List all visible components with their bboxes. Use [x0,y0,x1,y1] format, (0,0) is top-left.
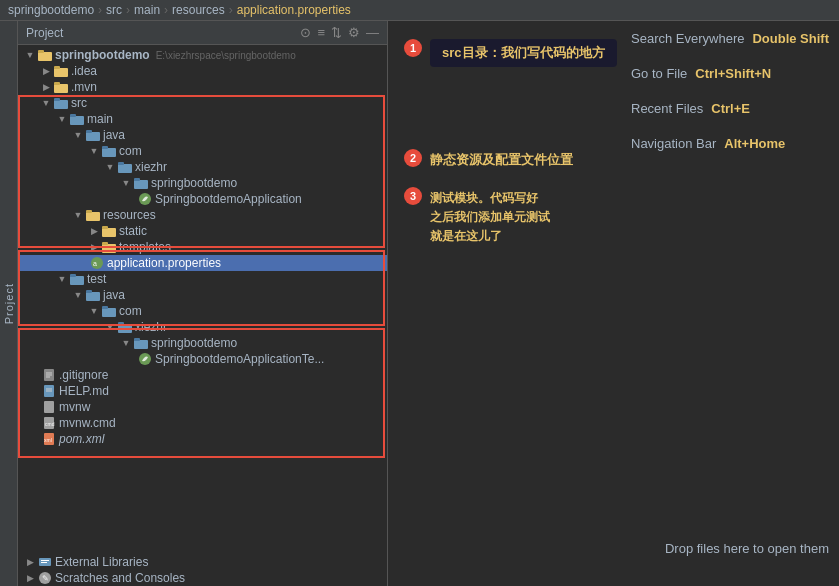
tree-item-static[interactable]: ▶ static [18,223,387,239]
sync-icon[interactable]: ⊙ [300,25,311,40]
folder-static-icon [102,224,116,238]
tree-arrow-xiezhr: ▼ [102,162,118,172]
file-appprops-icon: a [90,256,104,270]
sidebar-header-icons: ⊙ ≡ ⇅ ⚙ — [300,25,379,40]
tree-item-templates[interactable]: ▶ templates [18,239,387,255]
folder-main-icon [70,112,84,126]
shortcut-item-2: Go to File Ctrl+Shift+N [631,66,829,81]
svg-rect-0 [38,52,52,61]
tree-label-testjava: java [103,288,125,302]
tree-label-static: static [119,224,147,238]
shortcut-key-2: Ctrl+Shift+N [695,66,771,81]
svg-rect-21 [102,228,116,237]
svg-rect-30 [86,290,92,293]
tree-arrow-scratches: ▶ [22,573,38,583]
svg-rect-9 [70,114,76,117]
svg-rect-29 [86,292,100,301]
svg-text:✎: ✎ [42,574,49,583]
tree-label-templates: templates [119,240,171,254]
breadcrumb-item-2[interactable]: src [106,3,122,17]
breadcrumb-item-1[interactable]: springbootdemo [8,3,94,17]
external-libraries-item[interactable]: ▶ External Libraries [18,554,387,570]
tree-item-mvnwcmd[interactable]: cmd mvnw.cmd [18,415,387,431]
tree-label-testxiezhr: xiezhr [135,320,167,334]
tree-item-main[interactable]: ▼ main [18,111,387,127]
sidebar: Project ⊙ ≡ ⇅ ⚙ — ▼ spr [18,21,388,586]
svg-rect-52 [41,562,47,563]
tree-item-testapp[interactable]: SpringbootdemoApplicationTe... [18,351,387,367]
gear-icon[interactable]: ⚙ [348,25,360,40]
tree-item-root[interactable]: ▼ springbootdemo E:\xiezhrspace\springbo… [18,47,387,63]
svg-rect-6 [54,100,68,109]
project-tab-label: Project [3,283,15,324]
minimize-icon[interactable]: — [366,25,379,40]
tree-item-testjava[interactable]: ▼ java [18,287,387,303]
folder-testjava-icon [86,288,100,302]
tree-label-pomxml: pom.xml [59,432,104,446]
tree-item-sbdpkg[interactable]: ▼ springbootdemo [18,175,387,191]
tree-arrow-java: ▼ [70,130,86,140]
shortcut-label-1: Search Everywhere [631,31,744,46]
tree-item-resources[interactable]: ▼ resources [18,207,387,223]
tree-item-helpmd[interactable]: HELP.md [18,383,387,399]
tree-label-testsbdpkg: springbootdemo [151,336,237,350]
tree-arrow-testjava: ▼ [70,290,86,300]
tree-item-mvnw[interactable]: mvnw [18,399,387,415]
tree-label-testapp: SpringbootdemoApplicationTe... [155,352,324,366]
sort-icon[interactable]: ⇅ [331,25,342,40]
tree-item-src[interactable]: ▼ src [18,95,387,111]
tree-item-test[interactable]: ▼ test [18,271,387,287]
tree-arrow-testsbdpkg: ▼ [118,338,134,348]
external-libraries-label: External Libraries [55,555,148,569]
svg-text:xml: xml [44,437,52,443]
scratches-item[interactable]: ▶ ✎ Scratches and Consoles [18,570,387,586]
tree-label-gitignore: .gitignore [59,368,108,382]
tree-item-java[interactable]: ▼ java [18,127,387,143]
tree-item-com[interactable]: ▼ com [18,143,387,159]
svg-rect-10 [86,132,100,141]
svg-rect-8 [70,116,84,125]
svg-rect-11 [86,130,92,133]
shortcut-item-4: Navigation Bar Alt+Home [631,136,829,151]
folder-sbdpkg-icon [134,176,148,190]
folder-test-icon [70,272,84,286]
folder-com-icon [102,144,116,158]
file-pomxml-icon: xml [42,432,56,446]
annotation-1-text: src目录：我们写代码的地方 [442,45,605,60]
tree-item-idea[interactable]: ▶ .idea [18,63,387,79]
breadcrumb-item-5[interactable]: application.properties [237,3,351,17]
tree-item-appprops[interactable]: a application.properties [18,255,387,271]
tree-item-pomxml[interactable]: xml pom.xml [18,431,387,447]
folder-resources-icon [86,208,100,222]
annotation-2-text: 静态资源及配置文件位置 [430,149,573,169]
tree-item-mvn[interactable]: ▶ .mvn [18,79,387,95]
svg-rect-15 [118,162,124,165]
breadcrumb-item-3[interactable]: main [134,3,160,17]
shortcut-label-3: Recent Files [631,101,703,116]
tree-item-testcom[interactable]: ▼ com [18,303,387,319]
main-layout: Project Project ⊙ ≡ ⇅ ⚙ — ▼ [0,21,839,586]
svg-rect-3 [54,66,60,69]
tree-label-root-path: E:\xiezhrspace\springbootdemo [156,50,296,61]
breadcrumb-item-4[interactable]: resources [172,3,225,17]
tree-arrow-static: ▶ [86,226,102,236]
tree-item-testsbdpkg[interactable]: ▼ springbootdemo [18,335,387,351]
tree-item-xiezhr[interactable]: ▼ xiezhr [18,159,387,175]
shortcut-item-3: Recent Files Ctrl+E [631,101,829,116]
drop-hint: Drop files here to open them [665,541,829,556]
folder-mvn-icon [54,80,68,94]
tree-item-testxiezhr[interactable]: ▼ xiezhr [18,319,387,335]
tree-label-sbdpkg: springbootdemo [151,176,237,190]
project-tab[interactable]: Project [0,21,18,586]
svg-rect-32 [102,306,108,309]
tree-item-app[interactable]: SpringbootdemoApplication [18,191,387,207]
svg-rect-14 [118,164,132,173]
breadcrumb-sep-4: › [229,3,233,17]
shortcut-label-4: Navigation Bar [631,136,716,151]
file-helpmd-icon [42,384,56,398]
tree-arrow-templates: ▶ [86,242,102,252]
folder-xiezhr-icon [118,160,132,174]
tree-item-gitignore[interactable]: .gitignore [18,367,387,383]
list-icon[interactable]: ≡ [317,25,325,40]
svg-rect-36 [134,338,140,341]
